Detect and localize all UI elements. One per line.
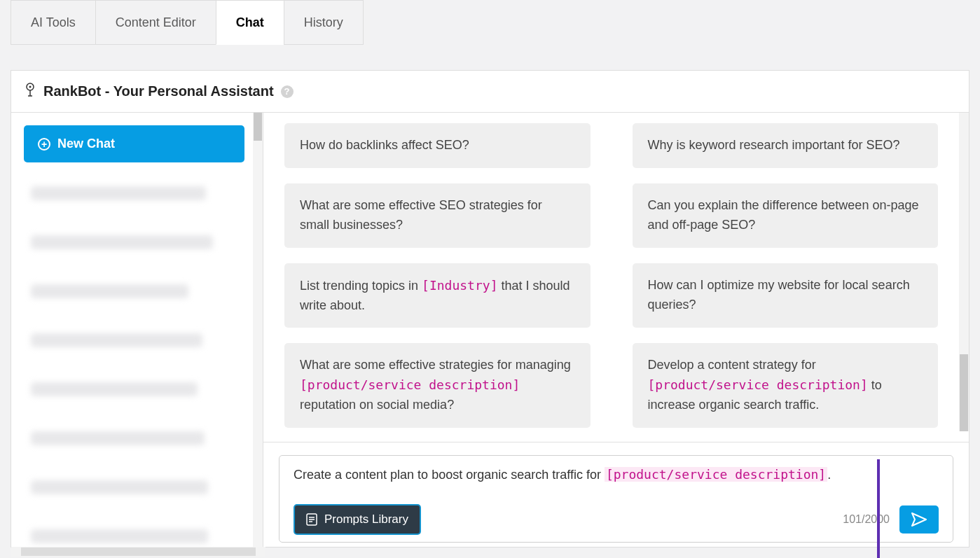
new-chat-label: New Chat (57, 137, 115, 151)
panel-body: + New Chat How do backlinks affect SEO?W… (11, 113, 969, 547)
send-button[interactable] (899, 505, 939, 533)
chat-history-item[interactable] (24, 227, 250, 257)
help-icon[interactable]: ? (281, 85, 294, 98)
tab-ai-tools[interactable]: AI Tools (11, 0, 96, 45)
suggestion-card[interactable]: How can I optimize my website for local … (633, 263, 939, 328)
panel-title-bar: RankBot - Your Personal Assistant ? (11, 71, 969, 113)
sidebar-scrollbar[interactable] (253, 113, 263, 547)
document-icon (306, 513, 317, 526)
chat-history-item[interactable] (24, 423, 250, 453)
suggestion-card[interactable]: List trending topics in [Industry] that … (284, 263, 591, 328)
horizontal-scrollbar[interactable] (11, 547, 265, 557)
suggestion-card[interactable]: Develop a content strategy for [product/… (633, 343, 939, 428)
suggestion-card[interactable]: Why is keyword research important for SE… (633, 123, 939, 168)
chat-content: How do backlinks affect SEO?Why is keywo… (263, 113, 969, 547)
chat-input[interactable]: Create a content plan to boost organic s… (279, 455, 953, 543)
chat-sidebar: + New Chat (11, 113, 263, 547)
rankbot-logo-icon (24, 82, 36, 101)
new-chat-button[interactable]: + New Chat (24, 125, 244, 162)
panel-title: RankBot - Your Personal Assistant (43, 83, 274, 99)
prompts-library-label: Prompts Library (324, 512, 408, 526)
chat-history-item[interactable] (24, 178, 250, 208)
suggestion-card[interactable]: What are some effective SEO strategies f… (284, 183, 591, 248)
tab-history[interactable]: History (284, 0, 364, 45)
input-zone: Create a content plan to boost organic s… (263, 442, 969, 537)
chat-history-item[interactable] (24, 276, 250, 306)
rankbot-panel: RankBot - Your Personal Assistant ? + Ne… (11, 70, 969, 547)
char-count: 101/2000 (843, 513, 890, 526)
tab-content-editor[interactable]: Content Editor (95, 0, 216, 45)
svg-point-1 (29, 86, 32, 88)
tab-chat[interactable]: Chat (216, 0, 284, 45)
send-icon (911, 512, 927, 527)
suggestions-area: How do backlinks affect SEO?Why is keywo… (263, 113, 959, 431)
suggestion-card[interactable]: How do backlinks affect SEO? (284, 123, 591, 168)
chat-history-item[interactable] (24, 325, 250, 355)
suggestion-card[interactable]: What are some effective strategies for m… (284, 343, 591, 428)
suggestion-card[interactable]: Can you explain the difference between o… (633, 183, 939, 248)
content-scrollbar[interactable] (959, 113, 969, 431)
chat-input-text: Create a content plan to boost organic s… (294, 467, 939, 504)
chat-history-item[interactable] (24, 374, 250, 404)
tabs-bar: AI Tools Content Editor Chat History (11, 0, 969, 45)
plus-circle-icon: + (38, 138, 50, 151)
chat-history-item[interactable] (24, 472, 250, 502)
chat-history-item[interactable] (24, 521, 250, 547)
prompts-library-button[interactable]: Prompts Library (294, 504, 421, 535)
